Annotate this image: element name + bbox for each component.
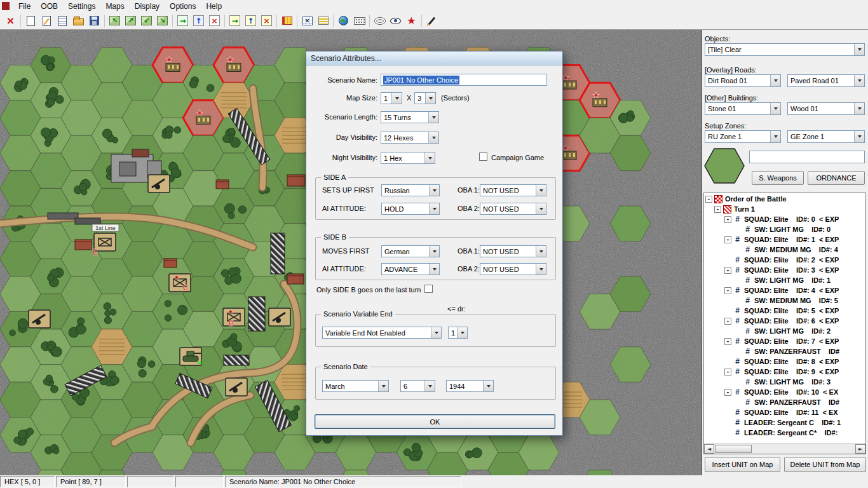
oob-horizontal-scrollbar[interactable]: ◄ ► — [704, 444, 865, 454]
expander-icon[interactable]: - — [724, 318, 731, 325]
map-shift-nw-button[interactable]: ↖ — [107, 13, 123, 29]
map-size-x-select[interactable]: 1 — [381, 92, 402, 104]
scroll-right-icon[interactable]: ► — [855, 444, 865, 454]
expander-icon[interactable]: - — [724, 369, 731, 376]
insert-map-column-button[interactable]: → — [175, 13, 191, 29]
insert-unit-button[interactable]: Insert UNIT on Map — [705, 457, 780, 472]
last-turn-checkbox[interactable] — [424, 285, 433, 293]
oob-subunit-row[interactable]: #SW: LIGHT MG ID#: 3 — [704, 377, 865, 387]
side-a-oba1-select[interactable]: NOT USED — [480, 184, 546, 196]
ordnance-button[interactable]: ORDNANCE — [808, 171, 865, 185]
oob-unit-row[interactable]: -#SQUAD: Elite ID#: 0 < EXP — [704, 214, 865, 224]
draw-tool-button[interactable] — [424, 13, 440, 29]
side-b-nation-select[interactable]: German — [381, 245, 440, 257]
oob-unit-row[interactable]: #SQUAD: Elite ID#: 11 < EX — [704, 407, 865, 417]
scenario-length-select[interactable]: 15 Turns — [381, 111, 439, 123]
globe-button[interactable] — [336, 13, 351, 29]
close-scenario-button[interactable]: × — [3, 13, 18, 29]
visibility-button[interactable] — [388, 13, 403, 29]
building1-select[interactable]: Stone 01 — [705, 102, 781, 115]
unit-counter[interactable] — [180, 348, 201, 365]
expander-icon[interactable]: - — [724, 267, 731, 274]
oob-subunit-row[interactable]: #SW: LIGHT MG ID#: 0 — [704, 224, 865, 234]
oob-unit-row[interactable]: -#SQUAD: Elite ID#: 1 < EXP — [704, 234, 865, 245]
campaign-game-checkbox[interactable] — [479, 152, 487, 161]
day-select[interactable]: 6 — [400, 380, 435, 392]
oob-turn-row[interactable]: -Turn 1 — [704, 204, 865, 214]
remove-map-section-button[interactable]: × — [259, 13, 275, 29]
tile-name-field[interactable] — [749, 151, 865, 163]
oob-subunit-row[interactable]: #SW: LIGHT MG ID#: 2 — [704, 326, 865, 336]
hotkeys-button[interactable] — [351, 13, 367, 29]
ok-button[interactable]: OK — [315, 414, 555, 429]
side-b-oba2-select[interactable]: NOT USED — [480, 263, 546, 275]
side-a-oba2-select[interactable]: NOT USED — [480, 203, 546, 215]
month-select[interactable]: March — [322, 380, 389, 392]
map-shift-ne-button[interactable]: ↗ — [123, 13, 139, 29]
menu-item-settings[interactable]: Settings — [63, 1, 100, 11]
oob-subunit-row[interactable]: #SW: MEDIUM MG ID#: 5 — [704, 295, 865, 306]
edit-file-button[interactable] — [39, 13, 55, 29]
unit-counter[interactable] — [29, 310, 50, 328]
day-visibility-select[interactable]: 12 Hexes — [381, 132, 439, 144]
oob-subunit-row[interactable]: #SW: MEDIUM MG ID#: 4 — [704, 245, 865, 255]
oob-unit-row[interactable]: #SQUAD: Elite ID#: 5 < EXP — [704, 306, 865, 316]
oob-subunit-row[interactable]: #SW: LIGHT MG ID#: 1 — [704, 275, 865, 285]
dialog-title-bar[interactable]: Scenario Attributes... — [306, 51, 562, 65]
expander-icon[interactable]: - — [724, 389, 731, 396]
menu-item-maps[interactable]: Maps — [100, 1, 129, 11]
menu-item-help[interactable]: Help — [201, 1, 227, 11]
expander-icon[interactable]: - — [724, 216, 731, 223]
menu-item-oob[interactable]: OOB — [36, 1, 63, 11]
map-shift-se-button[interactable]: ↘ — [154, 13, 170, 29]
expander-icon[interactable]: - — [724, 287, 731, 294]
new-file-button[interactable] — [23, 13, 39, 29]
zone2-select[interactable]: GE Zone 1 — [787, 130, 865, 143]
unit-counter[interactable] — [226, 378, 247, 396]
year-select[interactable]: 1944 — [446, 380, 494, 392]
unit-list-button[interactable] — [315, 13, 331, 29]
save-file-button[interactable] — [86, 13, 102, 29]
map-size-y-select[interactable]: 3 — [414, 92, 436, 104]
menu-item-display[interactable]: Display — [130, 1, 165, 11]
oob-unit-row[interactable]: -#SQUAD: Elite ID#: 7 < EXP — [704, 336, 865, 346]
grid-toggle-button[interactable]: × — [299, 13, 315, 29]
side-b-ai-select[interactable]: ADVANCE — [381, 263, 440, 275]
variable-end-select[interactable]: Variable End Not Enabled — [322, 327, 442, 339]
oob-unit-row[interactable]: #LEADER: Sergeant C ID#: 1 — [704, 417, 865, 428]
insert-map-row-button[interactable]: ↑ — [191, 13, 207, 29]
unit-counter[interactable] — [148, 175, 170, 193]
map-shift-sw-button[interactable]: ↙ — [139, 13, 154, 29]
night-visibility-select[interactable]: 1 Hex — [381, 152, 435, 164]
scroll-left-icon[interactable]: ◄ — [704, 444, 714, 454]
append-map-row-button[interactable]: ↑ — [243, 13, 259, 29]
road1-select[interactable]: Dirt Road 01 — [705, 74, 781, 87]
oob-table-button[interactable] — [279, 13, 295, 29]
expander-icon[interactable]: - — [714, 206, 721, 213]
small-weapons-button[interactable]: S. Weapons — [752, 171, 804, 185]
objects-select[interactable]: [Tile] Clear — [705, 43, 865, 56]
expander-icon[interactable]: - — [724, 338, 731, 345]
highlight-units-button[interactable]: ★ — [403, 13, 419, 29]
oob-unit-row[interactable]: -#SQUAD: Elite ID#: 4 < EXP — [704, 285, 865, 295]
dr-select[interactable]: 1 — [448, 327, 468, 339]
report-button[interactable] — [55, 13, 71, 29]
oob-unit-row[interactable]: -#SQUAD: Elite ID#: 6 < EXP — [704, 316, 865, 326]
side-a-ai-select[interactable]: HOLD — [381, 203, 440, 215]
scroll-thumb[interactable] — [715, 445, 752, 453]
unit-counter[interactable] — [269, 308, 290, 326]
delete-unit-button[interactable]: Delete UNIT from Map — [784, 457, 866, 472]
scenario-name-input[interactable]: JP001 No Other Choice — [381, 74, 547, 86]
ellipse-tool-button[interactable] — [372, 13, 388, 29]
oob-root-row[interactable]: -Order of the Battle — [704, 194, 865, 204]
oob-subunit-row[interactable]: #SW: PANZERFAUST ID# — [704, 397, 865, 407]
oob-unit-row[interactable]: #SQUAD: Elite ID#: 8 < EXP — [704, 356, 865, 367]
oob-unit-row[interactable]: -#SQUAD: Elite ID#: 3 < EXP — [704, 265, 865, 275]
oob-unit-row[interactable]: -#SQUAD: Elite ID#: 10 < EX — [704, 387, 865, 397]
oob-unit-row[interactable]: #SQUAD: Elite ID#: 2 < EXP — [704, 255, 865, 265]
side-a-nation-select[interactable]: Russian — [381, 184, 440, 196]
append-map-column-button[interactable]: → — [227, 13, 243, 29]
open-file-button[interactable] — [71, 13, 86, 29]
delete-map-column-button[interactable]: × — [207, 13, 222, 29]
road2-select[interactable]: Paved Road 01 — [787, 74, 865, 87]
